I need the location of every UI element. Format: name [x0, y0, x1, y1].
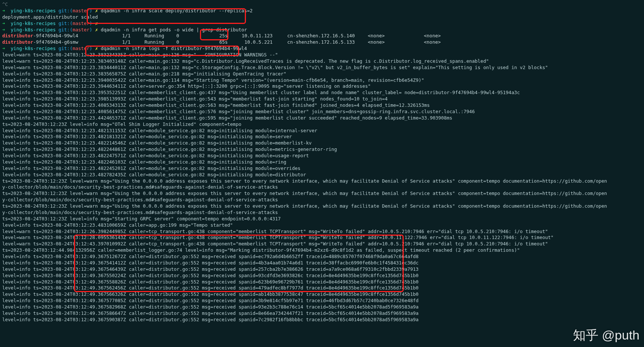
log-line: level=info ts=2023-08-24T03:12:49.367590… — [0, 317, 644, 323]
log-line: level=info ts=2023-08-24T03:12:49.367566… — [0, 291, 644, 298]
log-line: y-collector/blob/main/docs/security-best… — [0, 210, 644, 216]
prompt-line-2[interactable]: ➜ ying-k8s-recipes git:(master) ✗ — [0, 21, 644, 27]
log-line: level=warn ts=2023-08-24T03:12:28.095536… — [0, 235, 644, 241]
log-line: ts=2023-08-24T03:12:23Z level=info msg="… — [0, 121, 644, 128]
log-line: level=info ts=2023-08-24T03:12:23.394463… — [0, 83, 644, 90]
pod-row: distributor-9f47694b4-g6smw1/1Running065… — [0, 39, 644, 46]
prompt-line-3[interactable]: ➜ ying-k8s-recipes git:(master) ✗ dqadmi… — [0, 27, 644, 33]
log-line: level=info ts=2023-08-24T03:12:23.442465… — [0, 115, 644, 121]
log-line: y-collector/blob/main/docs/security-best… — [0, 184, 644, 190]
log-line: level=warn ts=2023-08-24T03:12:23.383403… — [0, 58, 644, 65]
log-line: ts=2023-08-24T03:12:23Z level=info msg="… — [0, 216, 644, 222]
command-1: dqadmin -n infra scale deploy/distributo… — [101, 8, 252, 13]
log-line: ts=2023-08-24T03:12:23Z level=warn msg="… — [0, 203, 644, 210]
log-line: level=info ts=2023-08-24T03:12:23.483100… — [0, 222, 644, 229]
log-line: level=info ts=2023-08-24T03:12:49.367558… — [0, 279, 644, 285]
log-line: level=info ts=2023-08-24T03:12:23.482244… — [0, 146, 644, 153]
log-line: level=info ts=2023-08-24T03:12:23.482181… — [0, 134, 644, 140]
git-branch: master — [73, 8, 89, 13]
log-line: level=info ts=2023-08-24T03:12:23.482245… — [0, 165, 644, 172]
log-line: level=warn ts=2023-08-24T03:12:26.398244… — [0, 229, 644, 235]
log-line: ts=2023-08-24T03:12:23Z level=warn msg="… — [0, 178, 644, 185]
log-line: level=warn ts=2023-08-24T03:12:23.383444… — [0, 65, 644, 71]
log-line: level=info ts=2023-08-24T03:12:23.482131… — [0, 128, 644, 134]
log-line: y-collector/blob/main/docs/security-best… — [0, 197, 644, 203]
log-line: level=info ts=2023-08-24T03:12:49.367562… — [0, 285, 644, 291]
prompt-line-1[interactable]: ➜ ying-k8s-recipes git:(master) ✗ dqadmi… — [0, 8, 644, 14]
log-line: level=info ts=2023-08-24T03:12:23.395352… — [0, 90, 644, 96]
log-line: level=info ts=2023-08-24T03:12:23.482782… — [0, 172, 644, 178]
log-line: level=warn ts=2023-08-24T03:12:43.397010… — [0, 241, 644, 247]
log-line: level=info ts=2023-08-24T03:12:49.367546… — [0, 266, 644, 273]
log-line: level=info ts=2023-08-24T03:12:23.482214… — [0, 140, 644, 146]
ctrl-c-output: ^C — [0, 1, 644, 8]
command-3-target: -f distributor-9f47694b4-99wl4 — [163, 46, 247, 51]
log-line: level=info ts=2023-08-24T03:12:23.482246… — [0, 159, 644, 165]
log-line: level=info ts=2023-08-24T03:12:23.408534… — [0, 102, 644, 109]
arrow-icon: ➜ — [2, 8, 5, 13]
log-line: level=info ts=2023-08-24T03:12:49.367512… — [0, 254, 644, 260]
log-line: level=warn ts=2023-08-24T03:12:23.383234… — [0, 52, 644, 58]
log-line: level=info ts=2023-08-24T03:12:49.367541… — [0, 260, 644, 266]
command-3-prefix: dqadmin -n infra logs — [101, 46, 163, 51]
git-word: git: — [59, 8, 70, 13]
log-line: level=info ts=2023-08-24T03:12:49.367577… — [0, 298, 644, 304]
log-line: level=info ts=2023-08-24T03:12:23.398513… — [0, 96, 644, 102]
scale-output: deployment.apps/distributor scaled — [0, 14, 644, 21]
log-line: ts=2023-08-24T03:12:44.984132956Z caller… — [0, 247, 644, 254]
log-line: ts=2023-08-24T03:12:23Z level=warn msg="… — [0, 190, 644, 197]
log-line: level=info ts=2023-08-24T03:12:49.367582… — [0, 304, 644, 310]
log-line: level=info ts=2023-08-24T03:12:49.367550… — [0, 273, 644, 279]
cwd: ying-k8s-recipes — [11, 8, 56, 13]
log-line: level=info ts=2023-08-24T03:12:23.383565… — [0, 71, 644, 77]
log-line: level=info ts=2023-08-24T03:12:23.408561… — [0, 109, 644, 115]
command-2: dqadmin -n infra get pods -o wide | grep… — [101, 27, 247, 32]
prompt-line-4[interactable]: ➜ ying-k8s-recipes git:(master) ✗ dqadmi… — [0, 46, 644, 52]
pod-row: distributor-9f47694b4-99wl41/1Running025… — [0, 33, 644, 39]
log-line: level=info ts=2023-08-24T03:12:49.367586… — [0, 310, 644, 317]
prompt-status-icon: ✗ — [95, 8, 98, 13]
log-output[interactable]: level=warn ts=2023-08-24T03:12:23.383234… — [0, 52, 644, 323]
log-line: level=info ts=2023-08-24T03:12:23.482247… — [0, 153, 644, 159]
log-line: level=info ts=2023-08-24T03:12:23.394003… — [0, 77, 644, 84]
